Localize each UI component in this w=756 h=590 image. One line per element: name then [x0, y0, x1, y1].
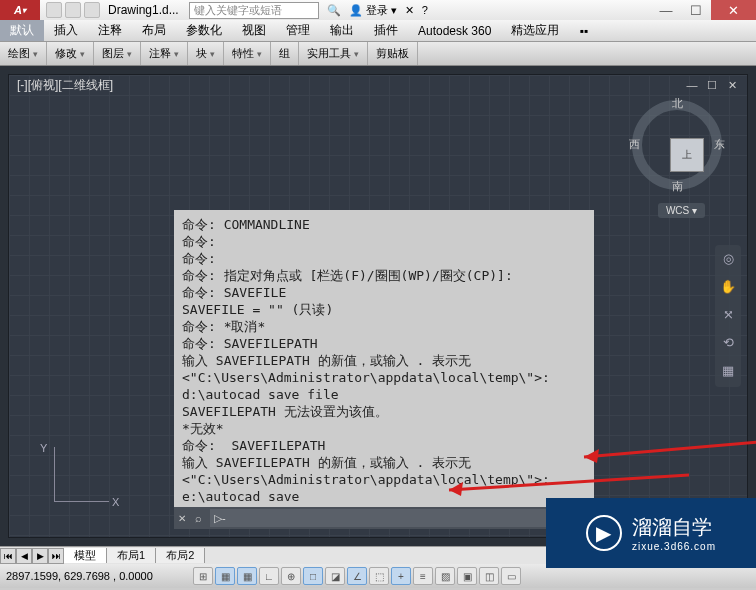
grid-display-icon[interactable]: ▦: [237, 567, 257, 585]
tab-annotate[interactable]: 注释: [88, 20, 132, 41]
tab-scroll-prev-icon[interactable]: ◀: [16, 548, 32, 564]
panel-layer[interactable]: 图层▾: [94, 42, 141, 65]
viewport-close-icon[interactable]: ✕: [725, 79, 739, 91]
ucs-y-label: Y: [40, 442, 47, 454]
title-tools: 🔍 👤 登录 ▾ ✕ ?: [327, 3, 428, 18]
tab-view[interactable]: 视图: [232, 20, 276, 41]
panel-draw[interactable]: 绘图▾: [0, 42, 47, 65]
play-icon: ▶: [586, 515, 622, 551]
3dosnap-icon[interactable]: ◪: [325, 567, 345, 585]
search-input[interactable]: 键入关键字或短语: [189, 2, 319, 19]
minimize-button[interactable]: —: [651, 0, 681, 20]
svg-marker-3: [584, 449, 599, 463]
svg-line-0: [449, 475, 689, 490]
tab-layout1[interactable]: 布局1: [107, 548, 156, 563]
qat-save-icon[interactable]: [84, 2, 100, 18]
tab-scroll-next-icon[interactable]: ▶: [32, 548, 48, 564]
infer-constraints-icon[interactable]: ⊞: [193, 567, 213, 585]
close-button[interactable]: ✕: [711, 0, 756, 20]
showmotion-icon[interactable]: ▦: [719, 363, 737, 381]
brand-overlay: ▶ 溜溜自学 zixue.3d66.com: [546, 498, 756, 568]
panel-modify[interactable]: 修改▾: [47, 42, 94, 65]
binoculars-icon[interactable]: 🔍: [327, 4, 341, 17]
annotation-arrow-2: [569, 437, 756, 467]
viewcube-north[interactable]: 北: [672, 96, 683, 111]
viewcube-west[interactable]: 西: [629, 137, 640, 152]
cmdline-search-icon[interactable]: ⌕: [190, 512, 206, 524]
login-button[interactable]: 👤 登录 ▾: [349, 3, 397, 18]
osnap-icon[interactable]: □: [303, 567, 323, 585]
steering-wheel-icon[interactable]: ◎: [719, 251, 737, 269]
qat-new-icon[interactable]: [46, 2, 62, 18]
tab-more[interactable]: ▪▪: [569, 20, 598, 41]
viewcube-south[interactable]: 南: [672, 179, 683, 194]
panel-utilities[interactable]: 实用工具▾: [299, 42, 368, 65]
viewcube-top-face[interactable]: 上: [670, 138, 704, 172]
panel-properties[interactable]: 特性▾: [224, 42, 271, 65]
tab-scroll-last-icon[interactable]: ⏭: [48, 548, 64, 564]
viewcube[interactable]: 上 北 南 东 西: [632, 100, 722, 190]
title-bar: A▾ Drawing1.d... 键入关键字或短语 🔍 👤 登录 ▾ ✕ ? —…: [0, 0, 756, 20]
dyn-input-icon[interactable]: +: [391, 567, 411, 585]
quick-properties-icon[interactable]: ▣: [457, 567, 477, 585]
tab-scroll-first-icon[interactable]: ⏮: [0, 548, 16, 564]
viewcube-east[interactable]: 东: [714, 137, 725, 152]
viewport-minimize-icon[interactable]: —: [685, 79, 699, 91]
orbit-icon[interactable]: ⟲: [719, 335, 737, 353]
tab-manage[interactable]: 管理: [276, 20, 320, 41]
panel-block[interactable]: 块▾: [188, 42, 224, 65]
pan-icon[interactable]: ✋: [719, 279, 737, 297]
drawing-canvas[interactable]: [-][俯视][二维线框] — ☐ ✕ 上 北 南 东 西 WCS ▾ ◎ ✋ …: [8, 74, 748, 538]
selection-cycling-icon[interactable]: ◫: [479, 567, 499, 585]
snap-mode-icon[interactable]: ▦: [215, 567, 235, 585]
document-title: Drawing1.d...: [108, 3, 179, 17]
command-history[interactable]: 命令: COMMANDLINE 命令: 命令: 命令: 指定对角点或 [栏选(F…: [174, 210, 594, 510]
tab-featured[interactable]: 精选应用: [501, 20, 569, 41]
coordinates-readout[interactable]: 2897.1599, 629.7698 , 0.0000: [6, 570, 191, 582]
panel-group[interactable]: 组: [271, 42, 299, 65]
tab-layout[interactable]: 布局: [132, 20, 176, 41]
lineweight-icon[interactable]: ≡: [413, 567, 433, 585]
tab-plugins[interactable]: 插件: [364, 20, 408, 41]
navigation-bar: ◎ ✋ ⤧ ⟲ ▦: [715, 245, 741, 387]
tab-default[interactable]: 默认: [0, 20, 44, 41]
tab-output[interactable]: 输出: [320, 20, 364, 41]
ribbon-tabs: 默认 插入 注释 布局 参数化 视图 管理 输出 插件 Autodesk 360…: [0, 20, 756, 42]
help-icon[interactable]: ?: [422, 4, 428, 16]
model-space-icon[interactable]: ▭: [501, 567, 521, 585]
cmdline-close-icon[interactable]: ✕: [174, 513, 190, 524]
zoom-extents-icon[interactable]: ⤧: [719, 307, 737, 325]
viewport-label[interactable]: [-][俯视][二维线框]: [17, 77, 113, 94]
ucs-x-label: X: [112, 496, 119, 508]
ortho-mode-icon[interactable]: ∟: [259, 567, 279, 585]
brand-name: 溜溜自学: [632, 514, 716, 541]
app-menu-button[interactable]: A▾: [0, 0, 40, 20]
brand-url: zixue.3d66.com: [632, 541, 716, 552]
window-controls: — ☐ ✕: [651, 0, 756, 20]
tab-parametric[interactable]: 参数化: [176, 20, 232, 41]
annotation-arrow-1: [429, 470, 689, 500]
transparency-icon[interactable]: ▨: [435, 567, 455, 585]
panel-annotate[interactable]: 注释▾: [141, 42, 188, 65]
command-input[interactable]: [210, 509, 554, 527]
polar-tracking-icon[interactable]: ⊕: [281, 567, 301, 585]
tab-model[interactable]: 模型: [64, 548, 107, 563]
tab-insert[interactable]: 插入: [44, 20, 88, 41]
svg-line-2: [584, 442, 756, 457]
panel-clipboard[interactable]: 剪贴板: [368, 42, 418, 65]
workspace: [-][俯视][二维线框] — ☐ ✕ 上 北 南 东 西 WCS ▾ ◎ ✋ …: [0, 66, 756, 546]
command-line: ✕ ⌕: [174, 507, 554, 529]
wcs-label[interactable]: WCS ▾: [658, 203, 705, 218]
qat-open-icon[interactable]: [65, 2, 81, 18]
quick-access-toolbar: [46, 2, 100, 18]
maximize-button[interactable]: ☐: [681, 0, 711, 20]
ducs-icon[interactable]: ⬚: [369, 567, 389, 585]
svg-marker-1: [449, 482, 463, 496]
tab-layout2[interactable]: 布局2: [156, 548, 205, 563]
ribbon-panels: 绘图▾ 修改▾ 图层▾ 注释▾ 块▾ 特性▾ 组 实用工具▾ 剪贴板: [0, 42, 756, 66]
otrack-icon[interactable]: ∠: [347, 567, 367, 585]
tab-autodesk360[interactable]: Autodesk 360: [408, 20, 501, 41]
viewport-maximize-icon[interactable]: ☐: [705, 79, 719, 91]
exchange-icon[interactable]: ✕: [405, 4, 414, 17]
